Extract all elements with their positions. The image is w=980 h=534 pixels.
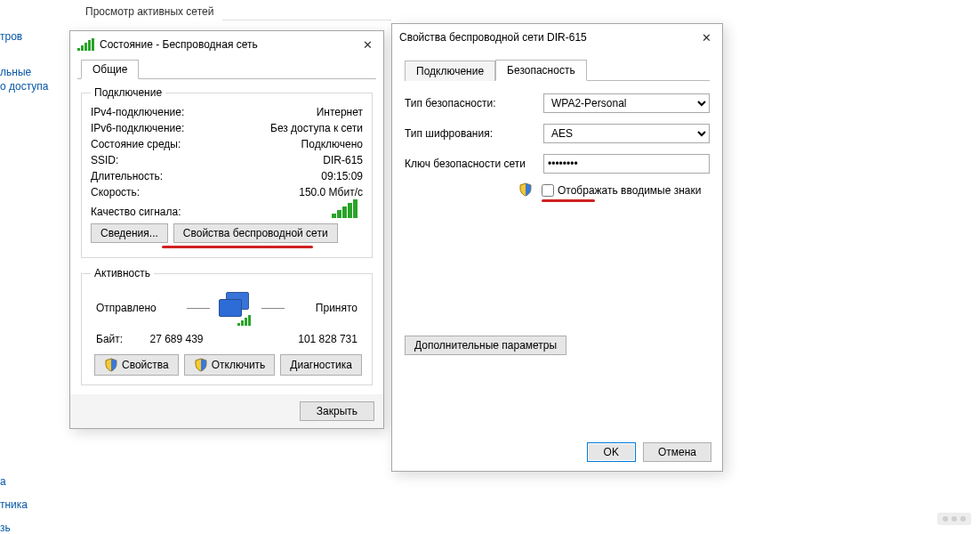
- speed-value: 150.0 Мбит/с: [299, 186, 363, 198]
- disable-button[interactable]: Отключить: [184, 354, 276, 376]
- signal-bars-icon: [77, 39, 94, 51]
- duration-label: Длительность:: [91, 170, 163, 182]
- activity-group-title: Активность: [91, 267, 154, 279]
- media-state-value: Подключено: [301, 138, 363, 150]
- received-label: Принято: [316, 302, 357, 314]
- advanced-parameters-button[interactable]: Дополнительные параметры: [405, 336, 566, 355]
- sent-label: Отправлено: [96, 302, 157, 314]
- close-icon[interactable]: ✕: [355, 35, 380, 54]
- bg-text-fragment: тника: [0, 498, 28, 511]
- annotation-underline: [162, 246, 313, 248]
- close-button[interactable]: Закрыть: [300, 401, 374, 421]
- dots-widget: [937, 513, 971, 525]
- cancel-button[interactable]: Отмена: [643, 442, 711, 462]
- connection-group-title: Подключение: [91, 86, 165, 99]
- disable-button-label: Отключить: [212, 359, 266, 371]
- tab-connection[interactable]: Подключение: [405, 61, 495, 81]
- annotation-underline: [542, 199, 595, 202]
- wifi-status-window: Состояние - Беспроводная сеть ✕ Общие По…: [69, 30, 384, 429]
- props-footer: OK Отмена: [392, 433, 722, 471]
- divider: [187, 308, 210, 309]
- shield-icon: [104, 358, 118, 372]
- speed-label: Скорость:: [91, 186, 140, 198]
- properties-button-label: Свойства: [122, 359, 169, 371]
- status-titlebar[interactable]: Состояние - Беспроводная сеть ✕: [70, 31, 383, 58]
- bg-text-fragment: о доступа: [0, 80, 49, 93]
- bg-text-fragment: льные: [0, 66, 31, 78]
- shield-icon: [194, 358, 208, 372]
- details-button[interactable]: Сведения...: [91, 223, 168, 243]
- shield-icon: [518, 182, 533, 199]
- ipv6-label: IPv6-подключение:: [91, 122, 184, 134]
- ipv6-value: Без доступа к сети: [270, 122, 363, 134]
- network-key-label: Ключ безопасности сети: [405, 158, 543, 170]
- security-type-label: Тип безопасности:: [405, 97, 543, 109]
- wireless-properties-button[interactable]: Свойства беспроводной сети: [173, 223, 338, 243]
- ssid-value: DIR-615: [323, 154, 363, 166]
- wireless-properties-window: Свойства беспроводной сети DIR-615 ✕ Под…: [391, 23, 723, 472]
- status-window-title: Состояние - Беспроводная сеть: [100, 38, 355, 51]
- bg-active-networks-label: Просмотр активных сетей: [85, 5, 213, 18]
- props-titlebar[interactable]: Свойства беспроводной сети DIR-615 ✕: [392, 24, 722, 51]
- ipv4-label: IPv4-подключение:: [91, 106, 184, 118]
- divider: [261, 308, 285, 309]
- close-icon[interactable]: ✕: [694, 28, 719, 47]
- signal-quality-label: Качество сигнала:: [91, 206, 181, 218]
- encryption-type-label: Тип шифрования:: [405, 127, 543, 140]
- bytes-label: Байт:: [96, 333, 123, 345]
- network-activity-icon: [215, 290, 256, 326]
- ssid-label: SSID:: [91, 154, 118, 166]
- props-window-title: Свойства беспроводной сети DIR-615: [399, 31, 694, 44]
- signal-quality-icon: [332, 206, 357, 218]
- show-characters-input[interactable]: [542, 184, 554, 197]
- show-characters-checkbox[interactable]: Отображать вводимые знаки: [542, 184, 701, 197]
- bg-text-fragment: зь: [0, 522, 11, 534]
- bg-text-fragment: тров: [0, 30, 22, 43]
- properties-button[interactable]: Свойства: [94, 354, 179, 376]
- show-characters-label: Отображать вводимые знаки: [558, 184, 701, 197]
- network-key-input[interactable]: [543, 154, 710, 174]
- bg-text-fragment: а: [0, 475, 6, 488]
- tab-general[interactable]: Общие: [81, 60, 139, 79]
- status-footer: Закрыть: [70, 394, 383, 428]
- encryption-type-select[interactable]: AES: [543, 124, 710, 143]
- security-type-select[interactable]: WPA2-Personal: [543, 93, 710, 113]
- tab-security[interactable]: Безопасность: [495, 60, 587, 81]
- status-tabstrip: Общие: [77, 58, 376, 79]
- activity-group: Активность Отправлено Принято Ба: [81, 267, 373, 385]
- received-bytes-value: 101 828 731: [298, 333, 357, 345]
- ipv4-value: Интернет: [317, 106, 363, 118]
- duration-value: 09:15:09: [321, 170, 363, 182]
- divider: [222, 20, 391, 20]
- props-tabstrip: Подключение Безопасность: [405, 58, 710, 81]
- diagnostics-button[interactable]: Диагностика: [280, 354, 362, 376]
- sent-bytes-value: 27 689 439: [149, 333, 203, 345]
- ok-button[interactable]: OK: [587, 442, 636, 462]
- connection-group: Подключение IPv4-подключение:Интернет IP…: [81, 86, 373, 258]
- media-state-label: Состояние среды:: [91, 138, 181, 150]
